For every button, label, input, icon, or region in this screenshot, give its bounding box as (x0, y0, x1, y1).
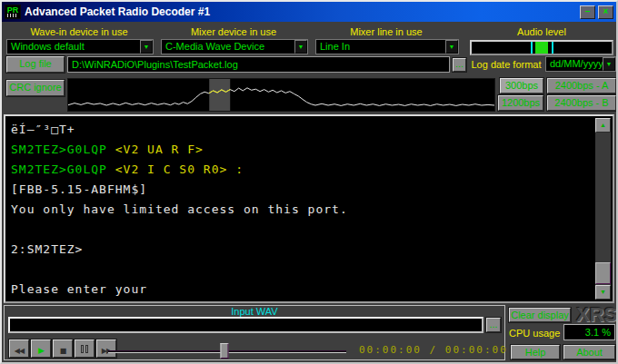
log-browse-button[interactable]: ... (453, 58, 466, 72)
terminal-text: ëÍ–″³□T+SM2TEZ>G0LQP <V2 UA R F>SM2TEZ>G… (11, 120, 591, 300)
scroll-down-icon[interactable]: ▼ (595, 285, 611, 300)
mixer-line-label: Mixer line in use (315, 26, 457, 37)
bps-2400b-button[interactable]: 2400bps - B (547, 95, 616, 111)
clear-display-button[interactable]: Clear display (509, 308, 571, 322)
stop-icon: ■ (60, 347, 66, 355)
waveform-plot (68, 79, 494, 111)
wave-in-select[interactable]: Windows default ▼ (6, 39, 154, 54)
audio-level-green-bar (535, 42, 548, 54)
log-date-format-label: Log date format (470, 59, 543, 70)
about-button[interactable]: About (563, 345, 615, 359)
chevron-down-icon[interactable]: ▼ (140, 40, 153, 54)
scroll-up-icon[interactable]: ▲ (595, 118, 611, 133)
terminal-line: Please enter your (11, 280, 591, 300)
bps-300-button[interactable]: 300bps (500, 78, 543, 93)
terminal-line: You only have limited access on this por… (11, 200, 591, 220)
play-icon: ▶ (38, 346, 44, 355)
decoder-terminal[interactable]: ëÍ–″³□T+SM2TEZ>G0LQP <V2 UA R F>SM2TEZ>G… (4, 114, 614, 303)
bps-2400a-button[interactable]: 2400bps - A (547, 78, 616, 93)
app-icon-bars (7, 14, 18, 17)
crc-ignore-button[interactable]: CRC ignore (6, 80, 65, 96)
mixer-device-label: Mixer device in use (161, 26, 306, 37)
close-button[interactable]: × (598, 5, 613, 19)
time-display: 00:00:00 / 00:00:00 (359, 343, 503, 358)
wave-in-label: Wave-in device in use (6, 26, 152, 37)
window-title: Advanced Packet Radio Decoder #1 (25, 5, 577, 18)
chevron-down-icon[interactable]: ▼ (445, 40, 458, 54)
terminal-line: SM2TEZ>G0LQP <V2 UA R F> (11, 140, 591, 160)
audio-level-meter (470, 40, 613, 55)
mixer-line-select[interactable]: Line In ▼ (315, 39, 459, 54)
date-format-select[interactable]: dd/MM/yyyy ▼ (545, 56, 616, 72)
app-window: PR Advanced Packet Radio Decoder #1 – × … (0, 0, 618, 364)
terminal-line: [FBB-5.15-ABFHM$] (11, 180, 591, 200)
terminal-line: SM2TEZ>G0LQP <V2 I C S0 R0> : (11, 160, 591, 180)
mixer-device-select[interactable]: C-Media Wave Device ▼ (161, 39, 308, 54)
titlebar[interactable]: PR Advanced Packet Radio Decoder #1 – × (2, 2, 616, 22)
waveform-display[interactable] (67, 78, 495, 112)
slider-thumb[interactable] (221, 343, 229, 359)
wav-browse-button[interactable]: ... (486, 318, 501, 332)
scrollbar-track[interactable] (595, 133, 611, 285)
wave-in-value: Windows default (7, 40, 153, 54)
terminal-line: 2:SM2TEZ> (11, 240, 591, 260)
chevron-down-icon[interactable]: ▼ (294, 40, 307, 54)
app-icon: PR (5, 5, 21, 19)
help-button[interactable]: Help (511, 345, 560, 359)
input-wav-label: Input WAV (5, 306, 504, 317)
input-wav-field[interactable] (8, 317, 483, 333)
mixer-line-value: Line In (316, 40, 458, 54)
chevron-down-icon[interactable]: ▼ (603, 57, 615, 71)
terminal-line: ëÍ–″³□T+ (11, 120, 591, 140)
pause-icon (81, 345, 84, 353)
log-file-button[interactable]: Log file (6, 56, 65, 73)
cpu-usage-value: 3.1 % (563, 324, 615, 340)
position-slider[interactable] (108, 345, 346, 358)
audio-level-cyan-mark (552, 42, 553, 54)
stop-button[interactable]: ■ (53, 339, 73, 358)
terminal-line (11, 260, 591, 280)
terminal-line (11, 220, 591, 240)
pause-button[interactable] (75, 339, 95, 358)
rewind-icon: ◀◀ (15, 347, 24, 355)
scrollbar-thumb[interactable] (595, 262, 611, 284)
log-path-field[interactable]: D:\WiNRADiO\Plugins\TestPacket.log (67, 56, 450, 73)
cpu-usage-label: CPU usage (509, 328, 562, 339)
audio-level-cyan-mark (531, 42, 533, 54)
rewind-button[interactable]: ◀◀ (9, 339, 29, 358)
bps-1200-button[interactable]: 1200bps (498, 95, 543, 111)
play-button[interactable]: ▶ (31, 339, 51, 358)
terminal-scrollbar[interactable]: ▲ ▼ (595, 118, 611, 300)
audio-level-label: Audio level (470, 26, 613, 37)
status-panel: Clear display XRS CPU usage 3.1 % Help A… (507, 305, 616, 360)
minimize-button[interactable]: – (580, 5, 595, 19)
mixer-device-value: C-Media Wave Device (162, 40, 307, 54)
input-wav-panel: Input WAV ... ◀◀ ▶ ■ ▶▶ 00:00:00 / 00:00… (4, 305, 505, 360)
